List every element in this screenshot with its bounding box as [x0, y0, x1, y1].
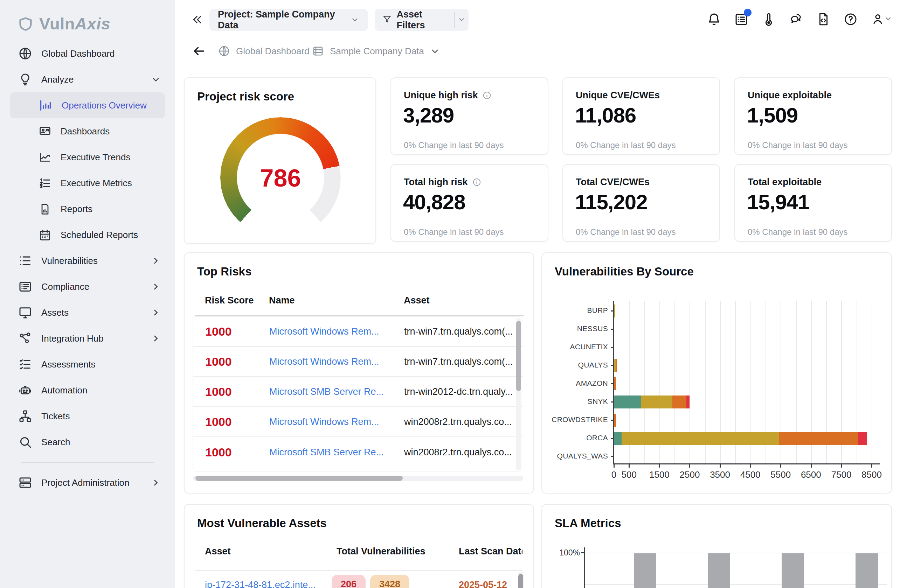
info-icon[interactable]	[482, 91, 492, 100]
category-label: QUALYS_WAS	[542, 452, 608, 460]
project-selector-dropdown[interactable]: Project: Sample Company Data	[209, 9, 368, 31]
scrollbar-thumb[interactable]	[516, 321, 521, 391]
vulnerability-count-badge: 3428	[370, 575, 410, 588]
breadcrumb-global-dashboard[interactable]: Global Dashboard	[218, 39, 310, 63]
vulnerabilities-by-source-card: Vulnerabilities By Source 05001500250035…	[542, 252, 892, 494]
bell-icon[interactable]	[707, 12, 722, 26]
brand-logo: VulnAxis	[17, 14, 110, 33]
chevron-down-icon[interactable]	[430, 46, 440, 56]
sidebar-item-tickets[interactable]: Tickets	[0, 403, 175, 429]
chevron-right-icon	[151, 334, 161, 344]
scrollbar-thumb[interactable]	[518, 574, 523, 588]
user-menu[interactable]	[871, 12, 891, 26]
gridline-50	[585, 584, 887, 585]
sla-bar	[708, 553, 730, 588]
sidebar-nav: Global Dashboard Analyze Operations Over…	[0, 40, 175, 495]
project-risk-score-card: Project risk score 786	[184, 77, 376, 244]
risk-score-value: 1000	[205, 355, 269, 368]
sidebar-item-automation[interactable]: Automation	[0, 377, 175, 403]
chat-bubbles-icon[interactable]	[789, 12, 803, 26]
numbered-list-icon	[39, 177, 51, 190]
bar-segment-green	[614, 396, 641, 409]
sla-metrics-card: SLA Metrics 100%	[542, 504, 892, 588]
compliance-card-icon	[18, 280, 32, 294]
stat-card-unique-high-risk: Unique high risk 3,289 0% Change in last…	[391, 77, 548, 155]
topbar: Project: Sample Company Data Asset Filte…	[175, 0, 900, 39]
x-tick-label: 1500	[644, 469, 675, 480]
sidebar-item-assets[interactable]: Assets	[0, 300, 175, 325]
chevron-right-icon	[151, 308, 161, 317]
report-document-icon	[39, 203, 51, 216]
thermometer-icon[interactable]	[761, 12, 776, 26]
stat-change: 0% Change in last 90 days	[748, 140, 848, 150]
stat-change: 0% Change in last 90 days	[576, 140, 676, 150]
sidebar-item-operations-overview[interactable]: Operations Overview	[10, 93, 165, 118]
sidebar-item-integration-hub[interactable]: Integration Hub	[0, 325, 175, 351]
back-arrow-icon[interactable]	[192, 44, 206, 58]
stat-change: 0% Change in last 90 days	[404, 227, 504, 237]
vertical-scrollbar[interactable]	[518, 572, 523, 588]
card-title: Vulnerabilities By Source	[555, 265, 694, 278]
sidebar-item-label: Analyze	[41, 74, 74, 85]
breadcrumb-label: Global Dashboard	[236, 46, 310, 57]
sidebar-divider	[21, 462, 154, 463]
sidebar-item-scheduled-reports[interactable]: Scheduled Reports	[0, 222, 175, 248]
sitemap-icon	[18, 409, 32, 423]
sidebar-item-dashboards[interactable]: Dashboards	[0, 118, 175, 144]
risk-score-value: 1000	[205, 446, 269, 459]
column-header-asset: Asset	[205, 546, 231, 557]
calendar-icon	[39, 229, 51, 241]
chevron-down-icon[interactable]	[458, 15, 466, 25]
sidebar-item-project-administration[interactable]: Project Administration	[0, 470, 175, 495]
info-icon[interactable]	[472, 178, 481, 187]
chevron-right-icon	[151, 256, 161, 266]
column-header-total-vulnerabilities: Total Vulnerabilities	[337, 546, 425, 557]
y-tick	[611, 311, 614, 311]
globe-icon	[18, 46, 32, 60]
horizontal-scrollbar[interactable]	[192, 476, 523, 481]
breadcrumb-project[interactable]: Sample Company Data	[312, 39, 440, 63]
collapse-sidebar-icon[interactable]	[191, 13, 203, 26]
asset-link[interactable]: ip-172-31-48-81.ec2.inte...	[205, 580, 316, 588]
column-header-last-scan-date: Last Scan Date	[459, 546, 523, 557]
vertical-scrollbar[interactable]	[516, 318, 521, 470]
x-tick	[628, 464, 630, 467]
risk-asset-value: trn-win7.trn.qualys.com(...	[404, 356, 523, 367]
bar-segment-yellow	[641, 396, 672, 409]
bar-segment-red	[858, 432, 867, 445]
help-icon[interactable]	[843, 12, 858, 26]
scrollbar-thumb[interactable]	[196, 476, 403, 481]
bar-segment-orange	[616, 359, 617, 372]
sidebar-item-assessments[interactable]: Assessments	[0, 351, 175, 377]
category-label: QUALYS	[542, 361, 608, 369]
y-tick	[611, 456, 614, 457]
sidebar-item-executive-metrics[interactable]: Executive Metrics	[0, 170, 175, 196]
stat-card-total-high-risk: Total high risk 40,828 0% Change in last…	[391, 164, 548, 242]
asset-filters-dropdown[interactable]: Asset Filters	[375, 9, 469, 31]
header-divider	[195, 315, 524, 316]
stacked-bar	[614, 377, 616, 390]
stat-value: 15,941	[747, 190, 809, 214]
sidebar-item-global-dashboard[interactable]: Global Dashboard	[0, 40, 175, 67]
risk-name-link[interactable]: Microsoft Windows Rem...	[269, 416, 404, 427]
stat-label: Unique CVE/CWEs	[576, 90, 660, 101]
sidebar-item-search[interactable]: Search	[0, 429, 175, 455]
search-icon	[18, 435, 32, 449]
risk-name-link[interactable]: Microsoft Windows Rem...	[269, 356, 404, 367]
code-file-icon[interactable]	[816, 12, 831, 26]
sidebar-item-reports[interactable]: Reports	[0, 196, 175, 222]
sidebar-item-compliance[interactable]: Compliance	[0, 274, 175, 300]
category-label: AMAZON	[542, 379, 608, 387]
y-tick	[581, 552, 585, 553]
stat-card-unique-exploitable: Unique exploitable 1,509 0% Change in la…	[734, 77, 892, 155]
risk-name-link[interactable]: Microsoft SMB Server Re...	[269, 447, 404, 458]
risk-name-link[interactable]: Microsoft SMB Server Re...	[269, 387, 404, 397]
sidebar-item-analyze[interactable]: Analyze	[0, 67, 175, 93]
risk-name-link[interactable]: Microsoft Windows Rem...	[269, 326, 404, 337]
sidebar-item-executive-trends[interactable]: Executive Trends	[0, 144, 175, 170]
sidebar-item-label: Operations Overview	[62, 100, 147, 111]
task-list-icon[interactable]	[734, 12, 749, 26]
sidebar-item-vulnerabilities[interactable]: Vulnerabilities	[0, 248, 175, 274]
bar-chart-icon	[39, 98, 53, 112]
shield-logo-icon	[17, 16, 34, 32]
